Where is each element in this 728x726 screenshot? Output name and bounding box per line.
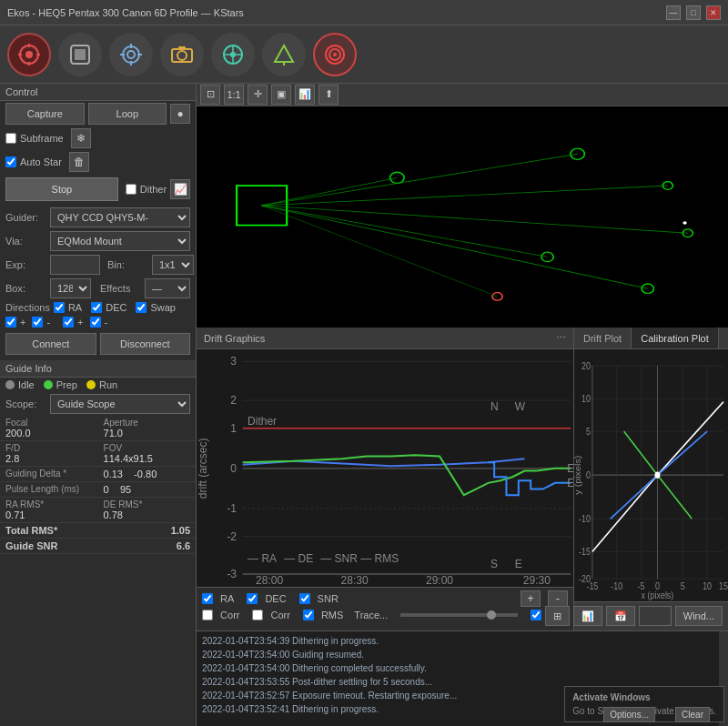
svg-text:1: 1 (230, 422, 237, 435)
corr1-checkbox[interactable] (202, 610, 213, 620)
autostar-checkbox[interactable] (5, 156, 16, 167)
rms-label: RMS (321, 610, 343, 620)
svg-text:-15: -15 (586, 581, 598, 592)
guiding-delta-values-cell: 0.13 -0.80 (98, 467, 197, 482)
sub-plot-button[interactable]: - (548, 590, 568, 607)
stop-button[interactable]: Stop (5, 177, 118, 201)
right-bottom-controls: ⊞ 📊 📅 2.0 Wind... (574, 601, 728, 630)
fd-label: F/D (5, 443, 93, 453)
exp-bin-row: Exp: 2,000 Bin: 1x1 (0, 253, 196, 277)
connect-button[interactable]: Connect (5, 333, 96, 355)
camera-icon[interactable] (160, 33, 204, 76)
fd-cell: F/D 2.8 (0, 441, 98, 467)
bin-select[interactable]: 1x1 (152, 255, 194, 275)
stats-button[interactable]: 📊 (295, 85, 315, 105)
calibration-plot-tab[interactable]: Calibration Plot (632, 328, 719, 348)
crosshair-button[interactable]: ✛ (248, 85, 268, 105)
svg-text:15: 15 (719, 581, 728, 592)
num-input[interactable]: 2.0 (639, 606, 672, 626)
snr-row: Guide SNR 6.6 (0, 539, 196, 554)
snr-plot-checkbox[interactable] (299, 593, 310, 604)
close-button[interactable]: ✕ (706, 5, 721, 20)
focus-icon[interactable] (109, 33, 153, 76)
right-area: ⊡ 1:1 ✛ ▣ 📊 ⬆ (197, 84, 728, 726)
swap-label: Swap (150, 302, 176, 313)
run-dot (86, 380, 96, 389)
de-rms-label: DE RMS* (104, 499, 191, 509)
ra-rms-value: 0.71 (5, 509, 93, 520)
scope-select[interactable]: Guide Scope (50, 394, 190, 414)
svg-text:-2: -2 (227, 530, 237, 543)
rms-checkbox[interactable] (303, 610, 314, 620)
drift-plots: Drift Graphics ⋯ (197, 328, 728, 630)
box-effects-row: Box: 128 Effects — (0, 277, 196, 300)
add-plot-button[interactable]: + (521, 590, 541, 607)
svg-text:10: 10 (581, 393, 591, 404)
svg-text:28:30: 28:30 (341, 574, 369, 587)
svg-text:2: 2 (230, 394, 237, 407)
exp-input[interactable]: 2,000 (50, 255, 100, 275)
guide-info-grid: Focal 200.0 Aperture 71.0 F/D 2.8 FOV 11… (0, 416, 196, 523)
via-select[interactable]: EQMod Mount (50, 231, 190, 251)
disconnect-button[interactable]: Disconnect (100, 333, 191, 355)
dec-minus-checkbox[interactable] (90, 317, 101, 328)
ra-plot-checkbox[interactable] (202, 593, 213, 604)
guide-image (197, 106, 728, 328)
guiding-delta-dec: -0.80 (134, 469, 157, 479)
capture-button[interactable]: Capture (5, 103, 85, 125)
camera-toggle-button[interactable]: ● (170, 104, 190, 124)
effects-select[interactable]: — (145, 278, 190, 298)
max-checkbox[interactable] (531, 610, 541, 620)
idle-dot (5, 380, 15, 389)
titlebar: Ekos - HEQ5 Pentax 300 Canon 6D Profile … (0, 0, 728, 25)
maximize-button[interactable]: □ (686, 5, 701, 20)
ra-minus-checkbox[interactable] (32, 317, 43, 328)
clear-button[interactable]: Clear (675, 707, 710, 722)
align-icon[interactable] (211, 33, 255, 76)
ra-dir-checkbox[interactable] (54, 302, 65, 313)
dec-plus-checkbox[interactable] (63, 317, 74, 328)
drift-expand-icon[interactable]: ⋯ (556, 332, 566, 344)
dec-dir-checkbox[interactable] (91, 302, 102, 313)
dec-minus-label: - (105, 317, 108, 328)
window-controls: — □ ✕ (666, 5, 721, 20)
zoom-1-button[interactable]: 1:1 (224, 85, 244, 105)
prep-label: Prep (56, 379, 77, 390)
aperture-label: Aperture (104, 418, 191, 428)
corr2-checkbox[interactable] (252, 610, 263, 620)
dither-checkbox[interactable] (126, 184, 136, 195)
guider-select[interactable]: QHY CCD QHY5-M- (50, 207, 190, 227)
svg-text:S: S (490, 559, 498, 571)
chart-button[interactable]: 📊 (573, 606, 602, 626)
calendar-button[interactable]: 📅 (606, 606, 635, 626)
status-row: Idle Prep Run (0, 378, 196, 392)
stretch-button[interactable]: ⬆ (318, 85, 339, 105)
zoom-fit-button[interactable]: ⊡ (200, 85, 220, 105)
drift-canvas-area: 3 2 1 0 -1 -2 -3 drift (arcsec) 28:00 (197, 349, 573, 586)
scope-label: Scope: (5, 398, 46, 409)
box-select[interactable]: 128 (50, 278, 91, 298)
grid-button[interactable]: ⊞ (545, 606, 570, 626)
capture-icon[interactable] (58, 33, 102, 76)
drift-graphics-header: Drift Graphics ⋯ (197, 328, 573, 349)
mount-icon[interactable] (262, 33, 306, 76)
dec-plot-checkbox[interactable] (247, 593, 258, 604)
subframe-checkbox[interactable] (5, 133, 16, 144)
trace-slider[interactable] (400, 613, 518, 617)
options-button[interactable]: Options... (603, 707, 655, 722)
window-button[interactable]: Wind... (675, 606, 723, 626)
loop-button[interactable]: Loop (88, 103, 167, 125)
minimize-button[interactable]: — (666, 5, 681, 20)
ra-plus-checkbox[interactable] (5, 317, 16, 328)
drift-graphics-title: Drift Graphics (204, 333, 265, 344)
svg-rect-7 (75, 49, 86, 60)
guide-icon[interactable] (313, 33, 357, 76)
plots-area: Drift Graphics ⋯ (197, 328, 728, 630)
scope-row: Scope: Guide Scope (0, 392, 196, 416)
delete-icon[interactable]: 🗑 (69, 152, 89, 172)
settings-icon[interactable] (7, 33, 51, 76)
plot-ctrl-row1: RA DEC SNR + - (202, 590, 568, 607)
swap-checkbox[interactable] (136, 302, 147, 313)
roi-button[interactable]: ▣ (271, 85, 291, 105)
drift-plot-tab[interactable]: Drift Plot (574, 328, 632, 348)
